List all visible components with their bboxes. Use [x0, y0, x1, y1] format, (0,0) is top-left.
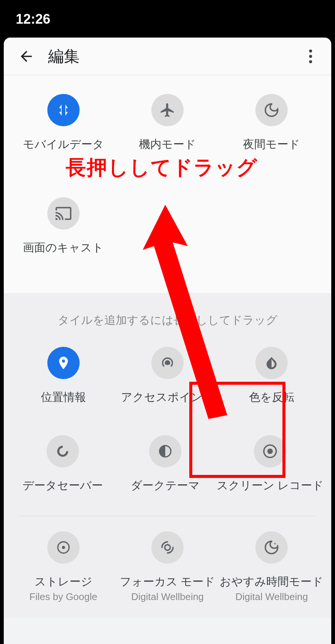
tile-label: 位置情報 — [41, 390, 86, 405]
mobile-data-icon — [47, 94, 80, 126]
divider — [19, 516, 316, 516]
more-button[interactable] — [301, 49, 320, 63]
location-icon — [47, 347, 80, 379]
status-bar: 12:26 — [0, 0, 335, 38]
svg-point-0 — [309, 49, 312, 52]
tile-label: データセーバー — [23, 478, 103, 493]
datasaver-icon — [47, 435, 79, 467]
tile-screen-record[interactable]: スクリーン レコード — [217, 431, 324, 508]
tile-label: 色を反転 — [249, 390, 294, 405]
storage-icon — [47, 531, 80, 564]
svg-point-1 — [309, 55, 312, 58]
tile-label: 画面のキャスト — [23, 240, 104, 255]
tile-label: おやすみ時間モード — [220, 574, 323, 590]
drag-hint: タイルを追加するには長押ししてドラッグ — [4, 304, 331, 343]
tile-label: ダークテーマ — [131, 478, 200, 493]
inactive-grid-2: データセーバー ダークテーマ スクリーン レコード — [4, 431, 331, 508]
tile-location[interactable]: 位置情報 — [11, 343, 115, 420]
svg-point-5 — [267, 449, 273, 454]
tile-label: ストレージ — [35, 574, 92, 590]
dark-icon — [149, 435, 181, 467]
inactive-grid-1: 位置情報 アクセスポイント 色を反転 — [4, 343, 331, 420]
screenrec-icon — [254, 435, 286, 467]
inactive-grid-3: ストレージ Files by Google フォーカス モード Digital … — [4, 528, 331, 618]
tile-sublabel: Files by Google — [29, 591, 97, 603]
cast-icon — [47, 197, 80, 230]
tile-label: スクリーン レコード — [217, 478, 324, 493]
tile-focus-mode[interactable]: フォーカス モード Digital Wellbeing — [115, 528, 219, 618]
focus-icon — [151, 531, 184, 564]
clock: 12:26 — [16, 11, 50, 27]
page-title: 編集 — [48, 46, 301, 67]
invert-icon — [255, 347, 288, 379]
more-vert-icon — [309, 49, 312, 63]
tile-label: アクセスポイント — [121, 390, 214, 405]
hotspot-icon — [151, 347, 184, 379]
header: 編集 — [4, 38, 331, 75]
tile-storage[interactable]: ストレージ Files by Google — [11, 528, 115, 618]
tile-bedtime-mode[interactable]: おやすみ時間モード Digital Wellbeing — [220, 528, 324, 618]
bedtime-icon — [255, 531, 288, 564]
arrow-left-icon — [18, 48, 35, 65]
tile-data-saver[interactable]: データセーバー — [11, 431, 114, 508]
svg-point-8 — [165, 545, 171, 550]
active-tiles-section: モバイルデータ 機内モード 夜間モード 画面のキャスト — [4, 75, 331, 293]
svg-point-7 — [62, 546, 65, 549]
tile-sublabel: Digital Wellbeing — [131, 591, 204, 603]
tile-label: 機内モード — [139, 137, 196, 152]
tile-label: 夜間モード — [243, 137, 300, 152]
tile-label: モバイルデータ — [23, 137, 104, 152]
inactive-tiles-section: タイルを追加するには長押ししてドラッグ 位置情報 アクセスポイント 色を反転 — [4, 293, 331, 618]
svg-point-2 — [309, 60, 312, 63]
tile-invert-colors[interactable]: 色を反転 — [220, 343, 324, 420]
tile-dark-theme[interactable]: ダークテーマ — [114, 431, 216, 508]
tile-cast[interactable]: 画面のキャスト — [11, 194, 115, 271]
night-icon — [255, 94, 288, 126]
back-button[interactable] — [15, 48, 38, 65]
tile-hotspot[interactable]: アクセスポイント — [115, 343, 219, 420]
annotation-text: 長押ししてドラッグ — [66, 154, 258, 181]
airplane-icon — [151, 94, 184, 126]
tile-sublabel: Digital Wellbeing — [235, 591, 308, 603]
tile-label: フォーカス モード — [120, 574, 215, 590]
qs-edit-panel: 編集 モバイルデータ 機内モード — [4, 38, 331, 644]
